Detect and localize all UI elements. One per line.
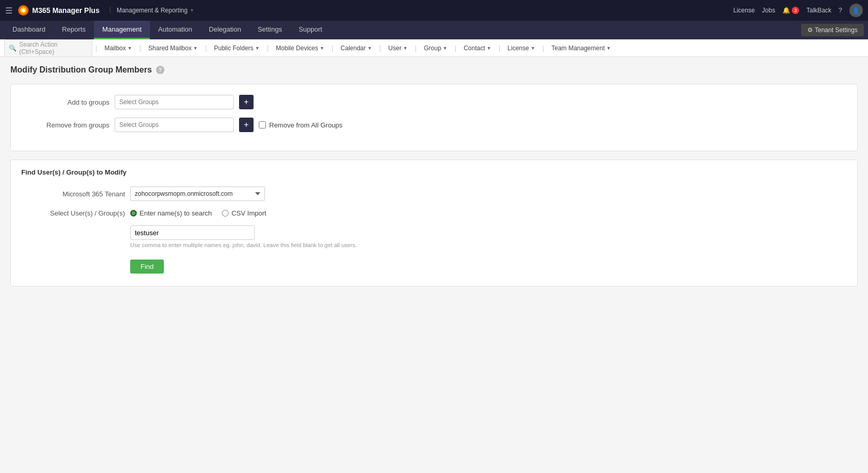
topbar: ☰ M365 Manager Plus Management & Reporti… — [0, 0, 868, 21]
remove-from-groups-input[interactable] — [115, 118, 234, 132]
user-avatar[interactable]: 👤 — [849, 4, 863, 17]
shared-mailbox-label: Shared Mailbox — [148, 45, 191, 52]
radio-csv-import-label[interactable]: CSV Import — [222, 209, 266, 217]
tenant-select[interactable]: zohocorpwsmopm.onmicrosoft.com — [130, 187, 265, 201]
subnav-sep-6: | — [378, 44, 382, 52]
tab-settings[interactable]: Settings — [249, 21, 290, 39]
search-icon: 🔍 — [9, 45, 17, 52]
tab-reports[interactable]: Reports — [54, 21, 94, 39]
subnav-item-public-folders[interactable]: Public Folders ▼ — [210, 39, 264, 57]
subnav-sep-3: | — [204, 44, 207, 52]
calendar-chevron-icon: ▼ — [368, 46, 372, 51]
find-button[interactable]: Find — [130, 260, 164, 274]
name-input-col: Use comma to enter multiple names eg. jo… — [130, 225, 357, 248]
topbar-left: ☰ M365 Manager Plus Management & Reporti… — [5, 5, 194, 16]
main-nav: Dashboard Reports Management Automation … — [0, 21, 868, 39]
tab-support[interactable]: Support — [290, 21, 331, 39]
subnav-sep-10: | — [541, 44, 545, 52]
page-title: Modify Distribution Group Members ? — [10, 65, 858, 75]
add-to-groups-input[interactable] — [115, 95, 234, 109]
topbar-right: License Jobs 🔔 3 TalkBack ? 👤 — [733, 4, 863, 17]
avatar-icon: 👤 — [852, 7, 860, 14]
talkback-link[interactable]: TalkBack — [806, 7, 831, 14]
public-folders-chevron-icon: ▼ — [255, 46, 260, 51]
mobile-devices-label: Mobile Devices — [276, 45, 318, 52]
shared-mailbox-chevron-icon: ▼ — [193, 46, 198, 51]
user-chevron-icon: ▼ — [403, 46, 408, 51]
remove-all-groups-checkbox[interactable] — [259, 121, 266, 128]
remove-all-groups-text: Remove from All Groups — [269, 121, 343, 129]
page-title-text: Modify Distribution Group Members — [10, 65, 152, 75]
group-chevron-icon: ▼ — [443, 46, 447, 51]
add-to-groups-btn[interactable]: + — [239, 95, 254, 109]
mobile-devices-chevron-icon: ▼ — [319, 46, 324, 51]
find-section-title: Find User(s) / Group(s) to Modify — [21, 168, 847, 176]
subnav-item-shared-mailbox[interactable]: Shared Mailbox ▼ — [144, 39, 202, 57]
tab-dashboard[interactable]: Dashboard — [4, 21, 54, 39]
subnav-sep-5: | — [330, 44, 334, 52]
team-management-label: Team Management — [552, 45, 605, 52]
page-content: Modify Distribution Group Members ? Add … — [0, 57, 868, 473]
public-folders-label: Public Folders — [214, 45, 254, 52]
subnav-item-user[interactable]: User ▼ — [384, 39, 412, 57]
jobs-link[interactable]: Jobs — [762, 7, 775, 14]
hamburger-icon[interactable]: ☰ — [5, 6, 12, 16]
tab-automation[interactable]: Automation — [150, 21, 201, 39]
subnav-item-group[interactable]: Group ▼ — [419, 39, 451, 57]
find-btn-row: Find — [130, 256, 847, 274]
subnav-sep-4: | — [266, 44, 270, 52]
radio-csv-import-text: CSV Import — [231, 209, 266, 217]
tab-management[interactable]: Management — [94, 21, 150, 39]
contact-chevron-icon: ▼ — [487, 46, 492, 51]
remove-all-groups-checkbox-label[interactable]: Remove from All Groups — [259, 121, 343, 129]
mailbox-chevron-icon: ▼ — [128, 46, 132, 51]
tenant-row: Microsoft 365 Tenant zohocorpwsmopm.onmi… — [21, 187, 847, 201]
product-menu-chevron-icon: ▼ — [190, 8, 194, 13]
name-hint-text: Use comma to enter multiple names eg. jo… — [130, 242, 357, 248]
user-label: User — [388, 45, 401, 52]
groups-form-section: Add to groups + Remove from groups + Rem… — [10, 84, 858, 151]
product-menu[interactable]: Management & Reporting ▼ — [110, 7, 194, 14]
subnav-item-calendar[interactable]: Calendar ▼ — [337, 39, 376, 57]
subnav-sep-9: | — [497, 44, 501, 52]
find-section: Find User(s) / Group(s) to Modify Micros… — [10, 160, 858, 286]
subnav-item-mailbox[interactable]: Mailbox ▼ — [100, 39, 136, 57]
subnav-item-mobile-devices[interactable]: Mobile Devices ▼ — [272, 39, 328, 57]
subnav: 🔍 Search Action (Ctrl+Space) | Mailbox ▼… — [0, 39, 868, 57]
help-icon[interactable]: ? — [156, 66, 164, 74]
search-action-box[interactable]: 🔍 Search Action (Ctrl+Space) — [4, 39, 92, 57]
svg-point-2 — [22, 9, 25, 12]
help-link[interactable]: ? — [838, 7, 842, 14]
radio-group: Enter name(s) to search CSV Import — [130, 209, 267, 217]
tenant-label: Microsoft 365 Tenant — [21, 190, 125, 198]
subnav-item-license[interactable]: License ▼ — [503, 39, 539, 57]
subnav-separator: | — [94, 44, 98, 52]
remove-from-groups-btn[interactable]: + — [239, 118, 254, 132]
team-management-chevron-icon: ▼ — [606, 46, 611, 51]
brand-name: M365 Manager Plus — [32, 6, 100, 15]
subnav-item-contact[interactable]: Contact ▼ — [459, 39, 495, 57]
remove-from-groups-row: Remove from groups + Remove from All Gro… — [26, 118, 842, 132]
notification-badge: 3 — [792, 7, 799, 14]
name-input-row: Use comma to enter multiple names eg. jo… — [130, 225, 847, 248]
tenant-settings-button[interactable]: ⚙ Tenant Settings — [801, 24, 864, 36]
name-search-input[interactable] — [130, 225, 255, 240]
tab-delegation[interactable]: Delegation — [201, 21, 249, 39]
notification-bell[interactable]: 🔔 3 — [782, 7, 799, 15]
brand: M365 Manager Plus — [18, 5, 100, 16]
add-to-groups-row: Add to groups + — [26, 95, 842, 109]
radio-enter-name-text: Enter name(s) to search — [139, 209, 212, 217]
brand-logo-icon — [18, 5, 29, 16]
product-menu-label: Management & Reporting — [117, 7, 188, 14]
subnav-sep-8: | — [454, 44, 457, 52]
radio-csv-import[interactable] — [222, 210, 229, 217]
subnav-item-team-management[interactable]: Team Management ▼ — [548, 39, 615, 57]
search-placeholder: Search Action (Ctrl+Space) — [19, 41, 88, 55]
license-link[interactable]: License — [733, 7, 754, 14]
contact-label: Contact — [464, 45, 485, 52]
radio-enter-name-label[interactable]: Enter name(s) to search — [130, 209, 212, 217]
subnav-sep-2: | — [138, 44, 142, 52]
remove-from-groups-label: Remove from groups — [26, 121, 109, 129]
radio-enter-name[interactable] — [130, 210, 137, 217]
subnav-sep-7: | — [414, 44, 417, 52]
